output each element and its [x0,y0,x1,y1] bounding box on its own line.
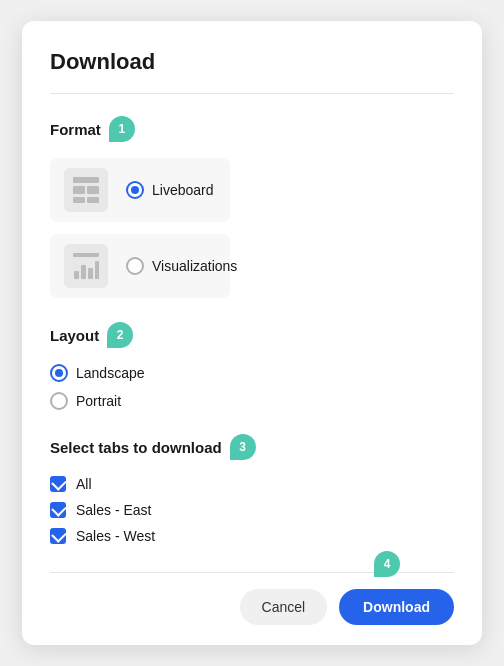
layout-section-header: Layout 2 [50,322,454,348]
download-button[interactable]: Download [339,589,454,625]
all-checkbox[interactable] [50,476,66,492]
visualizations-radio-row: Visualizations [122,257,237,275]
format-section-header: Format 1 [50,116,454,142]
visualizations-icon [64,244,108,288]
portrait-radio[interactable] [50,392,68,410]
svg-rect-0 [73,177,99,183]
format-label: Format [50,121,101,138]
layout-label: Layout [50,327,99,344]
svg-rect-8 [95,261,99,279]
svg-rect-1 [73,186,85,194]
svg-rect-6 [81,265,86,279]
liveboard-icon [64,168,108,212]
landscape-radio[interactable] [50,364,68,382]
liveboard-radio-label[interactable]: Liveboard [152,182,214,198]
sales-west-label[interactable]: Sales - West [76,528,155,544]
landscape-option: Landscape [50,364,454,382]
sales-east-checkbox[interactable] [50,502,66,518]
all-label[interactable]: All [76,476,92,492]
format-card-visualizations: Visualizations [50,234,230,298]
dialog-title: Download [50,49,454,75]
tab-item-sales-east: Sales - East [50,502,454,518]
footer-step-badge: 4 [374,551,400,577]
tab-items: All Sales - East Sales - West [50,476,454,544]
dialog-footer: 4 Cancel Download [50,572,454,625]
tabs-section: Select tabs to download 3 All Sales - Ea… [50,434,454,544]
format-options: Liveboard Visualizations [50,158,454,298]
layout-section: Layout 2 Landscape Portrait [50,322,454,410]
svg-rect-2 [87,186,99,194]
visualizations-radio-label[interactable]: Visualizations [152,258,237,274]
divider [50,93,454,94]
tab-item-all: All [50,476,454,492]
cancel-button[interactable]: Cancel [240,589,328,625]
sales-west-checkbox[interactable] [50,528,66,544]
liveboard-radio-row: Liveboard [122,181,214,199]
layout-step-badge: 2 [107,322,133,348]
tabs-label: Select tabs to download [50,439,222,456]
sales-east-label[interactable]: Sales - East [76,502,151,518]
format-card-liveboard: Liveboard [50,158,230,222]
portrait-label[interactable]: Portrait [76,393,121,409]
tabs-section-header: Select tabs to download 3 [50,434,454,460]
svg-rect-3 [73,197,85,203]
svg-rect-7 [88,268,93,279]
download-dialog: Download Format 1 Liveboard [22,21,482,645]
svg-rect-4 [87,197,99,203]
visualizations-radio[interactable] [126,257,144,275]
tabs-step-badge: 3 [230,434,256,460]
format-step-badge: 1 [109,116,135,142]
tab-item-sales-west: Sales - West [50,528,454,544]
portrait-option: Portrait [50,392,454,410]
svg-rect-5 [74,271,79,279]
landscape-label[interactable]: Landscape [76,365,145,381]
layout-options: Landscape Portrait [50,364,454,410]
liveboard-radio[interactable] [126,181,144,199]
svg-rect-9 [73,253,99,257]
